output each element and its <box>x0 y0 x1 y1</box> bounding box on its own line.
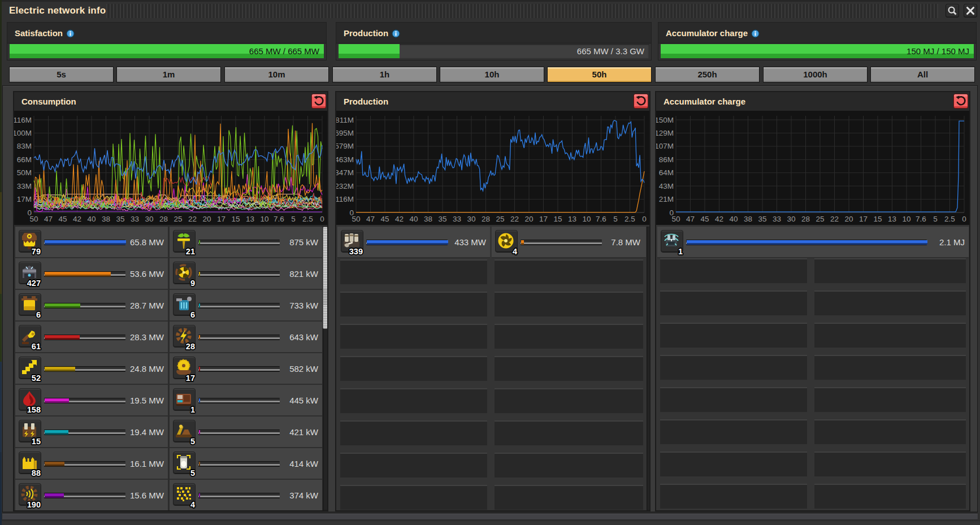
svg-text:5: 5 <box>190 437 195 446</box>
svg-text:40: 40 <box>729 215 738 223</box>
svg-text:116M: 116M <box>336 195 354 203</box>
svg-text:40: 40 <box>409 215 418 223</box>
svg-text:6: 6 <box>190 310 195 319</box>
svg-text:4: 4 <box>190 500 195 509</box>
svg-text:10: 10 <box>582 215 591 223</box>
svg-text:13: 13 <box>246 215 254 223</box>
svg-text:7.6: 7.6 <box>916 215 926 223</box>
svg-text:61: 61 <box>32 342 41 351</box>
svg-text:10: 10 <box>260 215 268 223</box>
svg-text:33: 33 <box>773 215 781 223</box>
svg-text:52: 52 <box>32 374 41 383</box>
svg-text:22: 22 <box>510 215 519 223</box>
svg-text:158: 158 <box>27 405 41 414</box>
svg-text:116M: 116M <box>14 116 32 124</box>
svg-text:347M: 347M <box>336 168 354 177</box>
svg-text:0: 0 <box>642 215 647 223</box>
svg-text:13: 13 <box>568 215 576 223</box>
svg-text:47: 47 <box>44 215 53 223</box>
svg-text:42: 42 <box>73 215 81 223</box>
svg-text:42: 42 <box>395 215 404 223</box>
svg-text:42: 42 <box>715 215 723 223</box>
svg-text:30: 30 <box>145 215 153 223</box>
svg-text:45: 45 <box>58 215 67 223</box>
svg-text:7.6: 7.6 <box>596 215 606 223</box>
svg-text:50: 50 <box>29 215 38 223</box>
svg-text:1: 1 <box>678 247 683 256</box>
svg-text:2.5: 2.5 <box>944 215 955 223</box>
svg-text:30: 30 <box>787 215 795 223</box>
svg-text:13: 13 <box>888 215 896 223</box>
svg-text:107M: 107M <box>656 142 674 150</box>
svg-text:35: 35 <box>758 215 766 223</box>
svg-text:22: 22 <box>188 215 197 223</box>
svg-text:86M: 86M <box>659 155 674 164</box>
svg-text:83M: 83M <box>17 142 32 150</box>
svg-text:25: 25 <box>816 215 824 223</box>
svg-text:15: 15 <box>32 437 41 446</box>
svg-text:17: 17 <box>186 374 195 383</box>
svg-text:33: 33 <box>131 215 139 223</box>
svg-text:20: 20 <box>202 215 211 223</box>
svg-text:811M: 811M <box>336 116 354 124</box>
svg-text:28: 28 <box>482 215 490 223</box>
svg-text:15: 15 <box>873 215 882 223</box>
svg-text:129M: 129M <box>656 129 674 137</box>
svg-text:21: 21 <box>186 247 195 256</box>
svg-text:463M: 463M <box>336 155 354 164</box>
svg-text:0: 0 <box>962 215 966 223</box>
svg-text:6: 6 <box>36 310 41 319</box>
svg-text:7.6: 7.6 <box>274 215 284 223</box>
svg-text:88: 88 <box>32 468 41 478</box>
svg-text:50: 50 <box>671 215 680 223</box>
svg-text:579M: 579M <box>336 142 354 150</box>
svg-text:66M: 66M <box>17 155 32 164</box>
svg-text:17: 17 <box>539 215 548 223</box>
svg-text:45: 45 <box>380 215 389 223</box>
svg-text:15: 15 <box>231 215 240 223</box>
svg-text:5: 5 <box>613 215 618 223</box>
svg-text:21M: 21M <box>659 195 674 203</box>
svg-text:22: 22 <box>830 215 839 223</box>
svg-text:17: 17 <box>217 215 226 223</box>
svg-text:50: 50 <box>352 215 360 223</box>
svg-text:150M: 150M <box>656 116 674 124</box>
svg-text:1: 1 <box>190 405 195 414</box>
svg-text:100M: 100M <box>14 129 32 137</box>
svg-text:64M: 64M <box>659 168 674 177</box>
svg-text:20: 20 <box>844 215 853 223</box>
svg-text:45: 45 <box>700 215 709 223</box>
svg-text:43M: 43M <box>659 182 674 190</box>
svg-text:10: 10 <box>902 215 910 223</box>
svg-text:47: 47 <box>686 215 695 223</box>
svg-text:232M: 232M <box>336 182 354 190</box>
svg-text:0: 0 <box>320 215 324 223</box>
svg-text:5: 5 <box>291 215 296 223</box>
svg-text:20: 20 <box>524 215 533 223</box>
svg-text:30: 30 <box>467 215 475 223</box>
svg-text:17: 17 <box>859 215 868 223</box>
svg-text:4: 4 <box>513 247 517 256</box>
svg-text:28: 28 <box>801 215 810 223</box>
svg-text:50M: 50M <box>17 168 32 177</box>
svg-text:35: 35 <box>116 215 124 223</box>
svg-text:38: 38 <box>424 215 432 223</box>
svg-text:40: 40 <box>87 215 96 223</box>
svg-text:190: 190 <box>27 500 41 509</box>
svg-text:33M: 33M <box>17 182 32 190</box>
svg-text:15: 15 <box>553 215 562 223</box>
svg-text:695M: 695M <box>336 129 354 137</box>
svg-text:38: 38 <box>744 215 752 223</box>
svg-text:28: 28 <box>159 215 168 223</box>
svg-text:35: 35 <box>438 215 446 223</box>
svg-text:25: 25 <box>174 215 182 223</box>
svg-text:33: 33 <box>453 215 461 223</box>
svg-text:5: 5 <box>933 215 938 223</box>
svg-text:2.5: 2.5 <box>625 215 635 223</box>
svg-text:47: 47 <box>366 215 375 223</box>
svg-text:5: 5 <box>190 468 195 478</box>
svg-text:79: 79 <box>32 247 41 256</box>
svg-text:9: 9 <box>190 279 195 288</box>
svg-text:17M: 17M <box>17 195 32 203</box>
svg-text:28: 28 <box>186 342 195 351</box>
